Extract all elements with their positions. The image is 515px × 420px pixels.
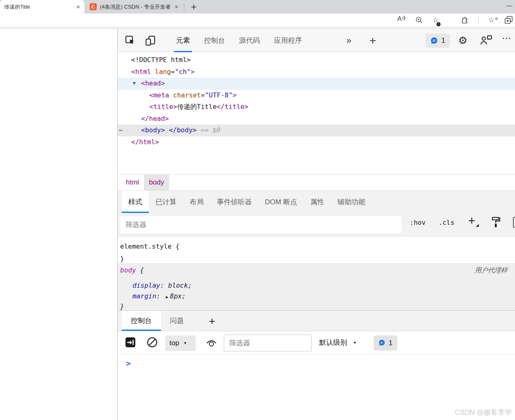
more-tabs-icon[interactable]: » [346,29,351,52]
clear-console-icon[interactable] [146,337,158,348]
plus-icon: + [468,214,476,227]
collections-icon[interactable] [504,15,513,25]
log-level-select[interactable]: 默认级别 ▼ [319,338,357,347]
list-lines-icon: ≡ [495,15,498,22]
dom-node-line[interactable]: <!DOCTYPE html> [118,54,515,66]
tab-elements[interactable]: 元素 [169,29,197,52]
toggle-element-state-button[interactable]: :hov [410,219,426,226]
code-token [169,91,173,99]
issues-count: 1 [441,37,445,45]
devtools-tabs: 元素控制台源代码应用程序 [169,29,309,52]
dom-breadcrumb: htmlbody [118,174,515,190]
add-drawer-tab-button[interactable]: + [209,311,215,331]
console-issues-button[interactable]: 1 [373,335,397,351]
console-filter-input[interactable] [224,335,312,351]
read-aloud-icon[interactable]: A [397,15,406,25]
tab-properties[interactable]: 属性 [304,191,331,213]
dom-node-line[interactable]: <title>传递的Title</title> [118,101,515,113]
css-property[interactable]: display: block; [132,280,192,291]
tab-strip: 传递的Title ✕ C (4条消息) CSDN - 专业开发者社区 ✕ + — [0,0,515,14]
expand-arrow-icon[interactable]: ▼ [133,78,136,90]
devtools-toolbar: 元素控制台源代码应用程序 » + 1 ⚙ ⋯ [118,29,515,52]
expand-arrow-icon[interactable]: ▶ [164,295,170,299]
console-prompt-icon[interactable]: > [126,358,131,368]
add-devtools-tab-button[interactable]: + [369,29,376,52]
tab-console[interactable]: 控制台 [197,29,232,52]
code-token: = [171,68,175,76]
code-token [151,68,155,76]
code-token: == $0 [197,126,220,134]
extensions-icon[interactable] [460,15,469,25]
dom-node-line[interactable]: </head> [118,113,515,125]
feedback-icon[interactable] [480,35,493,46]
clipped-toolbar-icon[interactable] [513,217,515,228]
code-token: charset [173,91,201,99]
dom-node-line[interactable]: ⋯<body> </body> == $0 [118,125,515,136]
dom-node-line[interactable]: <html lang="ch"> [118,66,515,78]
tab-application[interactable]: 应用程序 [267,29,309,52]
user-agent-body-rule[interactable]: body { 用户代理样 display: block;margin: ▶8px… [118,264,515,310]
watermark: CSDN @极客李华 [455,408,512,417]
tab-dom-breakpoints[interactable]: DOM 断点 [258,191,304,213]
tab-computed[interactable]: 已计算 [149,191,183,213]
tab-styles[interactable]: 样式 [122,191,149,213]
tab-event-listeners[interactable]: 事件侦听器 [210,191,258,213]
code-token: <!DOCTYPE html> [131,56,191,64]
live-expression-eye-icon[interactable] [205,338,218,348]
close-tab-icon[interactable]: ✕ [76,4,80,10]
colon: : [160,282,168,289]
code-token [165,126,169,134]
browser-toolbar: A ☆+ ☆≡ [0,14,515,26]
tab-title: (4条消息) CSDN - 专业开发者社区 [100,3,171,11]
css-property[interactable]: margin: ▶8px; [132,291,192,302]
rendering-brush-icon[interactable] [491,216,501,228]
code-token: = [201,91,205,99]
node-overflow-icon[interactable]: ⋯ [119,125,123,136]
chat-bubble-icon [378,339,385,346]
property-value: 8px [170,292,182,300]
browser-tab-active[interactable]: 传递的Title ✕ [0,0,84,14]
element-style-rule[interactable]: element.style { } [118,237,515,264]
styles-tabs: 样式已计算布局事件侦听器DOM 断点属性辅助功能 [118,191,372,213]
tab-accessibility[interactable]: 辅助功能 [331,191,372,213]
code-token: > [232,91,237,99]
element-classes-button[interactable]: .cls [438,219,455,226]
favorites-add-icon[interactable]: ☆+ [433,15,439,25]
new-tab-button[interactable]: + [188,0,200,14]
drawer-tab-console[interactable]: 控制台 [122,311,161,331]
favorites-bar-icon[interactable]: ☆≡ [488,15,494,25]
dom-node-line[interactable]: <meta charset="UTF-8"> [118,90,515,102]
dom-node-line[interactable]: </html> [118,136,515,148]
page-content [0,29,117,420]
close-tab-icon[interactable]: ✕ [174,4,179,10]
stylesheet-origin-label: 用户代理样 [475,266,508,275]
tab-sources[interactable]: 源代码 [232,29,267,52]
new-style-rule-button[interactable]: + [468,214,476,228]
minimize-button[interactable]: — [506,2,513,9]
code-token: <html [131,68,151,76]
javascript-context-select[interactable]: top ▼ [165,335,196,351]
code-token: </head> [141,115,169,122]
code-token: lang [155,68,171,76]
crumb-html[interactable]: html [121,175,144,190]
issues-counter-button[interactable]: 1 [425,34,450,48]
styles-pane-header: 样式已计算布局事件侦听器DOM 断点属性辅助功能 :hov .cls + [118,190,515,237]
settings-gear-icon[interactable]: ⚙ [458,34,467,46]
code-token: <title> [149,103,177,111]
rule-selector: body [120,266,136,274]
dom-node-line[interactable]: ▼<head> [118,78,515,90]
semicolon: ; [182,292,186,300]
more-options-icon[interactable]: ⋯ [502,33,511,44]
styles-filter-input[interactable] [120,216,401,233]
browser-tab-csdn[interactable]: C (4条消息) CSDN - 专业开发者社区 ✕ [86,0,182,14]
zoom-in-icon[interactable] [415,15,423,25]
drawer-tab-issues[interactable]: 问题 [161,311,193,331]
code-token: </title> [217,103,248,111]
inspect-element-icon[interactable] [125,35,136,46]
device-toolbar-icon[interactable] [145,35,156,46]
tab-layout[interactable]: 布局 [183,191,210,213]
tab-title: 传递的Title [4,3,73,11]
code-token: 传递的Title [177,103,216,111]
console-sidebar-toggle-icon[interactable] [125,337,136,348]
crumb-body[interactable]: body [144,175,169,190]
